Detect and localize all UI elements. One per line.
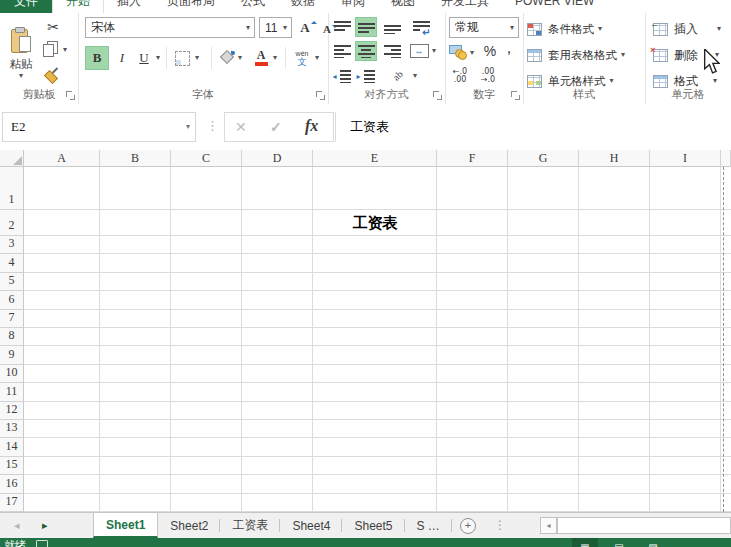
- font-name-combo[interactable]: 宋体 ▾: [85, 17, 255, 38]
- dropdown-icon[interactable]: ▾: [432, 47, 436, 55]
- worksheet-grid[interactable]: ABCDEFGHI1234567891011121314151617 工资表: [0, 150, 731, 512]
- sheet-tab-6[interactable]: S …: [405, 513, 452, 538]
- dropdown-icon[interactable]: ▾: [246, 24, 250, 32]
- increase-decimal-button[interactable]: ←.0.00: [448, 66, 472, 86]
- row-header-1[interactable]: 1: [0, 167, 24, 210]
- align-left-button[interactable]: [331, 41, 353, 61]
- ribbon-tab-file[interactable]: 文件: [0, 0, 52, 13]
- wrap-text-button[interactable]: ↵: [408, 17, 434, 37]
- dropdown-icon[interactable]: ▾: [19, 72, 23, 80]
- dropdown-icon[interactable]: ▾: [238, 54, 242, 62]
- row-header-4[interactable]: 4: [0, 254, 24, 272]
- insert-cells-button[interactable]: ← 插入: [653, 18, 715, 40]
- ribbon-tab-8[interactable]: 开发工具: [428, 0, 502, 13]
- number-format-combo[interactable]: 常规 ▾: [449, 17, 519, 38]
- grow-font-button[interactable]: A: [296, 19, 314, 37]
- dialog-launcher-icon[interactable]: [66, 91, 75, 100]
- decrease-indent-button[interactable]: ◂: [331, 67, 353, 85]
- sheet-nav-left-icon[interactable]: ◂: [14, 519, 20, 532]
- view-normal-button[interactable]: ▦: [572, 538, 598, 547]
- align-right-button[interactable]: [381, 41, 403, 61]
- dialog-launcher-icon[interactable]: [511, 91, 520, 100]
- row-header-8[interactable]: 8: [0, 328, 24, 346]
- dropdown-icon[interactable]: ▾: [315, 54, 319, 62]
- increase-indent-button[interactable]: ▸: [355, 67, 377, 85]
- dropdown-icon[interactable]: ▾: [470, 49, 474, 57]
- font-color-button[interactable]: A: [251, 46, 271, 70]
- sheetbar-dots-icon[interactable]: ⋮: [494, 518, 506, 532]
- column-header-I[interactable]: I: [650, 150, 721, 167]
- enter-icon[interactable]: ✓: [270, 119, 282, 135]
- dropdown-icon[interactable]: ▾: [713, 77, 717, 85]
- format-as-table-button[interactable]: 套用表格格式 ▾: [527, 44, 641, 66]
- ribbon-tab-9[interactable]: POWER VIEW: [502, 0, 607, 13]
- hscroll-thumb[interactable]: [557, 517, 731, 534]
- active-cell-text[interactable]: 工资表: [313, 210, 437, 236]
- decrease-decimal-button[interactable]: .00→.0: [476, 66, 500, 86]
- phonetic-guide-button[interactable]: wén 文: [291, 46, 313, 70]
- column-header-A[interactable]: A: [24, 150, 100, 167]
- ribbon-tab-1[interactable]: 开始: [52, 0, 104, 14]
- row-header-6[interactable]: 6: [0, 291, 24, 309]
- dialog-launcher-icon[interactable]: [433, 91, 442, 100]
- align-bottom-button[interactable]: [381, 17, 403, 37]
- row-header-12[interactable]: 12: [0, 402, 24, 420]
- format-painter-button[interactable]: [42, 65, 60, 83]
- row-header-13[interactable]: 13: [0, 420, 24, 438]
- ribbon-tab-3[interactable]: 页面布局: [154, 0, 228, 13]
- column-header-B[interactable]: B: [100, 150, 171, 167]
- select-all-corner[interactable]: [0, 150, 24, 167]
- align-middle-button[interactable]: [355, 17, 377, 37]
- row-header-5[interactable]: 5: [0, 273, 24, 291]
- sheet-nav-right-icon[interactable]: ▸: [42, 519, 48, 532]
- merge-center-button[interactable]: ↔: [408, 41, 430, 61]
- new-sheet-button[interactable]: +: [460, 518, 476, 534]
- dropdown-icon[interactable]: ▾: [413, 72, 417, 80]
- percent-style-button[interactable]: %: [481, 42, 499, 60]
- row-header-15[interactable]: 15: [0, 457, 24, 475]
- dropdown-icon[interactable]: ▾: [186, 123, 190, 131]
- dropdown-icon[interactable]: ▾: [283, 24, 287, 32]
- cancel-icon[interactable]: ✕: [235, 119, 247, 135]
- dropdown-icon[interactable]: ▾: [195, 54, 199, 62]
- bold-button[interactable]: B: [85, 46, 109, 70]
- comma-style-button[interactable]: ,: [502, 39, 516, 57]
- row-header-17[interactable]: 17: [0, 494, 24, 512]
- ribbon-tab-7[interactable]: 视图: [378, 0, 428, 13]
- column-header-G[interactable]: G: [508, 150, 579, 167]
- row-header-9[interactable]: 9: [0, 346, 24, 364]
- accounting-format-button[interactable]: [448, 43, 468, 61]
- column-header-H[interactable]: H: [579, 150, 650, 167]
- column-header-F[interactable]: F: [437, 150, 508, 167]
- macro-record-icon[interactable]: [36, 540, 48, 547]
- dropdown-icon[interactable]: ▾: [510, 24, 514, 32]
- column-header-D[interactable]: D: [242, 150, 313, 167]
- ribbon-tab-2[interactable]: 插入: [104, 0, 154, 13]
- column-header-E[interactable]: E: [313, 150, 437, 167]
- dropdown-icon[interactable]: ▾: [63, 46, 67, 54]
- dropdown-icon[interactable]: ▾: [273, 54, 277, 62]
- cut-button[interactable]: ✂: [42, 18, 64, 36]
- sheet-tab-4[interactable]: Sheet4: [280, 513, 342, 538]
- conditional-formatting-button[interactable]: 条件格式 ▾: [527, 18, 641, 40]
- font-size-combo[interactable]: 11 ▾: [259, 17, 292, 38]
- row-header-16[interactable]: 16: [0, 475, 24, 493]
- dropdown-icon[interactable]: ▾: [156, 54, 160, 62]
- drag-handle-dots[interactable]: ⋮: [206, 118, 219, 133]
- sheet-tab-3[interactable]: 工资表: [220, 513, 280, 538]
- column-header-C[interactable]: C: [171, 150, 242, 167]
- formula-input[interactable]: 工资表: [335, 112, 731, 142]
- orientation-button[interactable]: ab: [386, 65, 410, 85]
- row-header-3[interactable]: 3: [0, 236, 24, 254]
- sheet-tab-2[interactable]: Sheet2: [158, 513, 220, 538]
- sheet-tab-5[interactable]: Sheet5: [342, 513, 404, 538]
- row-header-10[interactable]: 10: [0, 365, 24, 383]
- ribbon-tab-6[interactable]: 审阅: [328, 0, 378, 13]
- copy-button[interactable]: [42, 40, 60, 58]
- paste-button[interactable]: 粘贴 ▾: [3, 16, 39, 90]
- ribbon-tab-5[interactable]: 数据: [278, 0, 328, 13]
- fill-color-button[interactable]: [217, 46, 237, 70]
- sheet-tab-1[interactable]: Sheet1: [93, 513, 158, 538]
- row-header-2[interactable]: 2: [0, 210, 24, 236]
- dropdown-icon[interactable]: ▾: [621, 51, 625, 59]
